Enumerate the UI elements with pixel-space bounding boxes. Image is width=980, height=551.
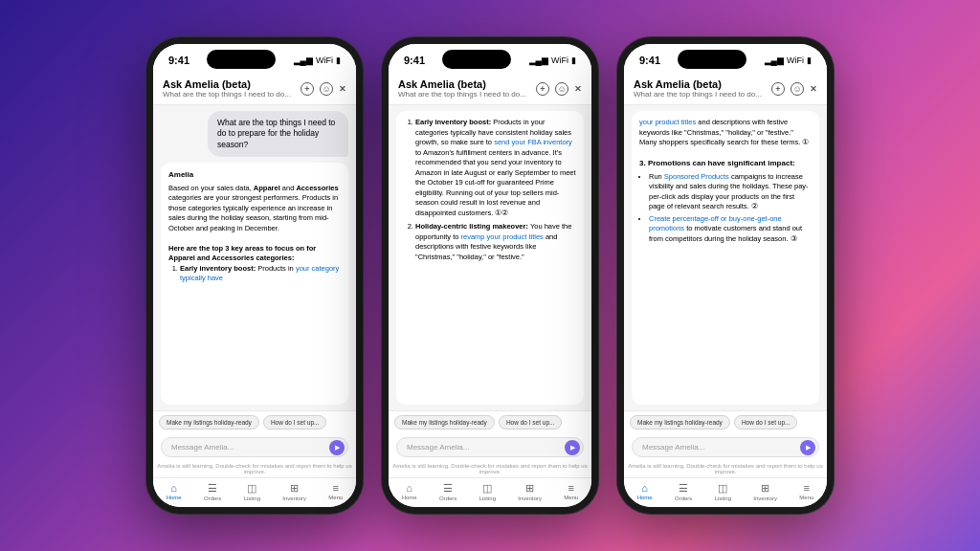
app-title-3: Ask Amelia (beta) — [634, 78, 766, 90]
status-time-2: 9:41 — [404, 55, 425, 66]
nav-listing-label-3: Listing — [715, 496, 731, 501]
nav-home-label-1: Home — [167, 495, 182, 500]
phone-1-screen: 9:41 ▂▄▆ WiFi ▮ Ask Amelia (beta) What a… — [153, 44, 356, 507]
inventory-icon-1: ⊞ — [290, 482, 299, 495]
nav-menu-1[interactable]: ≡ Menu — [328, 482, 343, 501]
nav-listing-3[interactable]: ◫ Listing — [715, 482, 731, 501]
phone-2-screen: 9:41 ▂▄▆ WiFi ▮ Ask Amelia (beta) What a… — [389, 44, 591, 507]
status-bar-1: 9:41 ▂▄▆ WiFi ▮ — [153, 44, 356, 73]
nav-inventory-label-1: Inventory — [282, 496, 306, 501]
close-button-1[interactable]: ✕ — [339, 84, 346, 94]
suggestion-chip-2a[interactable]: Make my listings holiday-ready — [394, 415, 495, 430]
home-icon-3: ⌂ — [641, 482, 648, 494]
header-controls-3: + ☺ ✕ — [771, 82, 817, 96]
nav-orders-label-1: Orders — [204, 496, 221, 501]
nav-menu-3[interactable]: ≡ Menu — [799, 482, 813, 501]
message-input-area-2: Message Amelia... ▶ — [389, 433, 591, 461]
battery-icon-3: ▮ — [807, 55, 812, 65]
menu-icon-1: ≡ — [333, 482, 339, 494]
emoji-button-2[interactable]: ☺ — [555, 82, 568, 96]
phone-3-screen: 9:41 ▂▄▆ WiFi ▮ Ask Amelia (beta) What a… — [624, 44, 827, 507]
message-input-3[interactable]: Message Amelia... — [632, 437, 819, 457]
app-header-1: Ask Amelia (beta) What are the top thing… — [153, 73, 356, 105]
nav-listing-2[interactable]: ◫ Listing — [479, 482, 496, 501]
nav-inventory-label-3: Inventory — [753, 496, 777, 501]
suggestion-chip-3b[interactable]: How do I set up... — [734, 415, 798, 430]
chat-area-2: Early inventory boost: Products in your … — [389, 105, 591, 410]
phones-container: 9:41 ▂▄▆ WiFi ▮ Ask Amelia (beta) What a… — [126, 17, 854, 534]
assistant-name-1: Amelia — [168, 169, 341, 180]
listing-icon-2: ◫ — [482, 482, 492, 495]
suggestion-chip-1b[interactable]: How do I set up... — [263, 415, 327, 430]
message-input-area-3: Message Amelia... ▶ — [624, 433, 827, 461]
menu-icon-3: ≡ — [804, 482, 810, 494]
listing-icon-3: ◫ — [718, 482, 727, 495]
message-input-2[interactable]: Message Amelia... — [396, 437, 584, 457]
nav-orders-2[interactable]: ☰ Orders — [439, 482, 457, 501]
suggestion-chip-3a[interactable]: Make my listings holiday-ready — [630, 415, 730, 430]
phone-3: 9:41 ▂▄▆ WiFi ▮ Ask Amelia (beta) What a… — [616, 36, 835, 515]
nav-inventory-3[interactable]: ⊞ Inventory — [753, 482, 777, 501]
nav-home-label-2: Home — [402, 495, 417, 500]
phone-2: 9:41 ▂▄▆ WiFi ▮ Ask Amelia (beta) What a… — [381, 36, 599, 515]
wifi-icon-2: WiFi — [551, 55, 568, 65]
suggestion-chip-1a[interactable]: Make my listings holiday-ready — [159, 415, 259, 430]
assistant-area-2: Early inventory boost: Products in your … — [396, 111, 584, 405]
menu-icon-2: ≡ — [568, 482, 574, 494]
status-icons-2: ▂▄▆ WiFi ▮ — [529, 55, 576, 65]
emoji-button-1[interactable]: ☺ — [320, 82, 333, 96]
status-icons-1: ▂▄▆ WiFi ▮ — [294, 55, 341, 65]
add-button-1[interactable]: + — [301, 82, 314, 96]
chat-area-3: your product titles and descriptions wit… — [624, 105, 827, 410]
nav-home-3[interactable]: ⌂ Home — [637, 482, 653, 501]
app-header-3: Ask Amelia (beta) What are the top thing… — [624, 73, 827, 105]
app-header-2: Ask Amelia (beta) What are the top thing… — [389, 73, 591, 105]
dynamic-island-2 — [442, 50, 511, 69]
nav-menu-2[interactable]: ≡ Menu — [564, 482, 578, 501]
bottom-nav-1: ⌂ Home ☰ Orders ◫ Listing ⊞ Inventory ≡ — [153, 477, 356, 507]
wifi-icon: WiFi — [316, 55, 333, 65]
disclaimer-1: Amelia is still learning. Double-check f… — [153, 461, 356, 477]
user-message-1: What are the top things I need to do to … — [208, 111, 348, 157]
assistant-text-1: Based on your sales data, Apparel and Ac… — [168, 184, 341, 284]
nav-home-1[interactable]: ⌂ Home — [167, 482, 182, 501]
suggestion-chip-2b[interactable]: How do I set up... — [499, 415, 563, 430]
nav-home-label-3: Home — [637, 495, 653, 500]
message-input-1[interactable]: Message Amelia... — [161, 437, 348, 457]
nav-orders-3[interactable]: ☰ Orders — [675, 482, 692, 501]
dynamic-island-3 — [678, 50, 746, 69]
nav-orders-1[interactable]: ☰ Orders — [204, 482, 221, 501]
nav-listing-label-1: Listing — [244, 496, 260, 501]
nav-listing-1[interactable]: ◫ Listing — [244, 482, 260, 501]
nav-inventory-2[interactable]: ⊞ Inventory — [518, 482, 542, 501]
dynamic-island-1 — [207, 50, 276, 69]
nav-menu-label-1: Menu — [328, 495, 343, 500]
assistant-text-2: Early inventory boost: Products in your … — [404, 118, 576, 262]
nav-orders-label-2: Orders — [439, 496, 457, 501]
close-button-2[interactable]: ✕ — [574, 84, 582, 94]
inventory-icon-3: ⊞ — [761, 482, 769, 495]
chat-area-1: What are the top things I need to do to … — [153, 105, 356, 410]
emoji-button-3[interactable]: ☺ — [791, 82, 804, 96]
signal-icon-2: ▂▄▆ — [529, 55, 548, 65]
nav-listing-label-2: Listing — [479, 496, 496, 501]
nav-orders-label-3: Orders — [675, 496, 692, 501]
suggestions-2: Make my listings holiday-ready How do I … — [389, 410, 591, 433]
header-subtitle-2: What are the top things I need to do... — [398, 90, 526, 99]
header-controls-1: + ☺ ✕ — [301, 82, 346, 96]
send-button-1[interactable]: ▶ — [329, 440, 345, 455]
orders-icon-2: ☰ — [443, 482, 453, 495]
nav-home-2[interactable]: ⌂ Home — [402, 482, 417, 501]
add-button-3[interactable]: + — [771, 82, 785, 96]
home-icon-2: ⌂ — [406, 482, 412, 494]
close-button-3[interactable]: ✕ — [810, 84, 817, 94]
send-button-3[interactable]: ▶ — [800, 440, 815, 455]
send-button-2[interactable]: ▶ — [565, 440, 580, 455]
nav-inventory-1[interactable]: ⊞ Inventory — [282, 482, 306, 501]
app-title-1: Ask Amelia (beta) — [163, 78, 295, 90]
header-controls-2: + ☺ ✕ — [536, 82, 582, 96]
add-button-2[interactable]: + — [536, 82, 549, 96]
status-time-1: 9:41 — [168, 55, 189, 66]
inventory-icon-2: ⊞ — [525, 482, 534, 495]
message-input-area-1: Message Amelia... ▶ — [153, 433, 356, 461]
